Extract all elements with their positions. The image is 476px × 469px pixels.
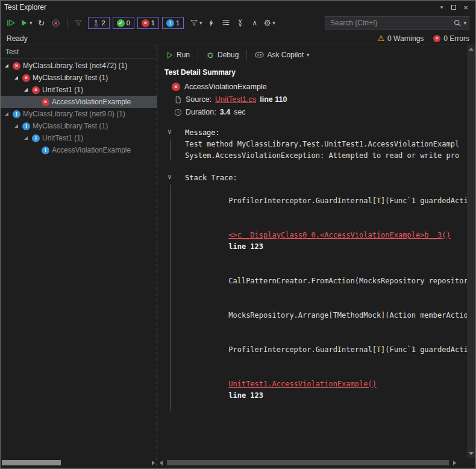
duration-label: Duration: <box>186 108 216 116</box>
main-area: Test × MyClassLibrary.Test (net472) (1) … <box>1 45 475 458</box>
scroll-right-arrow-icon[interactable] <box>453 461 456 465</box>
tree-item-unittest1-net472[interactable]: × UnitTest1 (1) <box>1 84 157 96</box>
tree-item-unittest1-net9[interactable]: ! UnitTest1 (1) <box>1 132 157 144</box>
chevron-down-icon[interactable]: ▾ <box>463 20 466 26</box>
expander-icon[interactable] <box>13 76 20 80</box>
filter-dropdown-button[interactable]: ▾ <box>189 16 204 30</box>
run-all-tests-button[interactable] <box>4 16 17 30</box>
close-icon[interactable]: × <box>460 2 472 12</box>
run-after-build-button[interactable] <box>205 16 218 30</box>
stack-frame: MocksRepository.Arrange[TMethodMock](Act… <box>185 298 467 333</box>
window-title: Test Explorer <box>4 3 436 11</box>
ask-copilot-button[interactable]: Ask Copilot ▾ <box>252 49 312 60</box>
source-label: Source: <box>186 95 211 104</box>
passed-icon: ✓ <box>117 19 125 27</box>
scroll-up-arrow-icon[interactable] <box>469 48 474 51</box>
test-tree-panel: Test × MyClassLibrary.Test (net472) (1) … <box>1 45 157 458</box>
lightning-icon <box>207 19 215 27</box>
group-by-icon <box>222 19 230 27</box>
debug-test-button[interactable]: Debug <box>204 49 241 60</box>
bottom-scrollbar-area <box>1 458 475 468</box>
scroll-left-arrow-icon[interactable] <box>160 461 163 465</box>
failed-icon: × <box>22 74 30 82</box>
search-icon[interactable] <box>454 19 462 27</box>
duration-unit: sec <box>234 108 245 116</box>
tree-item-namespace-net9[interactable]: ! MyClassLibrary.Test (1) <box>1 120 157 132</box>
repeat-last-run-button[interactable]: ↻ <box>35 16 48 30</box>
stack-frame-link[interactable]: UnitTest1.AccessViolationExample() <box>228 380 377 388</box>
collapse-section-icon[interactable]: ∨ <box>167 127 172 136</box>
total-tests-count: 2 <box>102 19 105 27</box>
not-run-tests-badge[interactable]: ! 1 <box>162 17 184 29</box>
collapse-all-button[interactable]: ∨∨ <box>234 16 247 30</box>
tree-item-net9[interactable]: ! MyClassLibrary.Test (net9.0) (1) <box>1 108 157 120</box>
run-button[interactable]: ▾ <box>19 16 34 30</box>
test-toolbar: ▾ ↻ 2 ✓ 0 × 1 <box>1 14 475 32</box>
window-position-icon[interactable]: ▾ <box>436 2 448 12</box>
ask-copilot-label: Ask Copilot <box>267 51 304 59</box>
scroll-right-arrow-icon[interactable] <box>152 461 155 465</box>
debug-bug-icon <box>206 51 215 59</box>
section-guide-line <box>170 184 171 411</box>
tree-item-namespace-net472[interactable]: × MyClassLibrary.Test (1) <box>1 72 157 84</box>
collapse-all-icon: ∨∨ <box>238 19 242 27</box>
run-test-button[interactable]: Run <box>163 49 192 60</box>
search-input[interactable] <box>330 19 454 27</box>
expander-icon[interactable] <box>3 64 10 68</box>
tree-column-header[interactable]: Test <box>1 45 157 58</box>
failed-tests-badge[interactable]: × 1 <box>137 17 159 29</box>
source-file-link[interactable]: UnitTest1.cs <box>215 95 256 104</box>
stack-frame-text: CallPatternCreator.FromAction(MocksRepos… <box>228 277 467 285</box>
passed-tests-badge[interactable]: ✓ 0 <box>113 17 134 29</box>
tree-item-net472[interactable]: × MyClassLibrary.Test (net472) (1) <box>1 60 157 72</box>
filter-disabled-button[interactable] <box>72 16 85 30</box>
tree-item-accessviolation-net472[interactable]: × AccessViolationExample <box>1 96 157 108</box>
refresh-icon: ↻ <box>38 19 45 27</box>
detail-horizontal-scrollbar[interactable] <box>157 458 467 468</box>
stack-frame: ProfilerInterceptor.GuardInternal[T](Fun… <box>185 184 467 218</box>
vertical-scrollbar[interactable] <box>467 45 475 458</box>
ready-status: Ready <box>7 34 28 43</box>
scroll-up-button[interactable]: ∧ <box>248 16 261 30</box>
scroll-down-arrow-icon[interactable] <box>469 452 474 455</box>
expander-icon[interactable] <box>22 136 30 140</box>
test-explorer-window: Test Explorer ▾ × ▾ ↻ <box>0 0 476 469</box>
stack-frame-link[interactable]: <>c__DisplayClass0_0.<AccessViolationExa… <box>228 231 450 239</box>
beaker-icon <box>92 19 100 27</box>
total-tests-badge[interactable]: 2 <box>88 17 110 29</box>
scrollbar-corner <box>467 458 475 468</box>
chevron-down-icon: ▾ <box>199 20 202 26</box>
cancel-run-button[interactable] <box>49 16 63 30</box>
run-icon <box>166 51 174 59</box>
detail-title: Test Detail Summary <box>164 68 467 77</box>
passed-tests-count: 0 <box>127 19 130 27</box>
scrollbar-thumb[interactable] <box>2 460 61 465</box>
tree-horizontal-scrollbar[interactable] <box>1 458 157 468</box>
detail-toolbar: Run Debug Ask Cop <box>163 45 467 63</box>
tree-item-label: MyClassLibrary.Test (1) <box>33 74 108 82</box>
maximize-icon[interactable] <box>448 2 460 12</box>
tree-item-label: AccessViolationExample <box>52 98 131 106</box>
warnings-status[interactable]: ⚠ 0 Warnings <box>377 34 424 43</box>
error-icon: × <box>433 35 440 42</box>
message-section: ∨ Message: Test method MyClassLibrary.Te… <box>163 127 467 162</box>
tree-item-accessviolation-net9[interactable]: ! AccessViolationExample <box>1 144 157 156</box>
stack-frame: UnitTest1.AccessViolationExample() line … <box>185 367 467 413</box>
tree-item-label: MyClassLibrary.Test (net9.0) (1) <box>23 110 125 118</box>
expander-icon[interactable] <box>22 88 30 92</box>
toolbar-separator <box>198 50 198 60</box>
errors-status[interactable]: × 0 Errors <box>433 34 469 43</box>
failed-icon: × <box>172 83 180 91</box>
scrollbar-thumb[interactable] <box>167 460 449 465</box>
stack-trace-section: ∨ Stack Trace: ProfilerInterceptor.Guard… <box>163 172 467 413</box>
stack-frame-text: ProfilerInterceptor.GuardInternal[T](Fun… <box>228 197 467 205</box>
tree-item-label: UnitTest1 (1) <box>42 86 83 94</box>
settings-button[interactable]: ⚙ ▾ <box>263 16 277 30</box>
group-by-button[interactable] <box>219 16 233 30</box>
failed-icon: × <box>42 98 49 106</box>
expander-icon[interactable] <box>13 124 20 128</box>
source-line-number: line 110 <box>260 95 287 104</box>
message-line: System.AccessViolationException: Attempt… <box>185 150 467 162</box>
expander-icon[interactable] <box>3 112 10 116</box>
collapse-section-icon[interactable]: ∨ <box>167 172 172 181</box>
